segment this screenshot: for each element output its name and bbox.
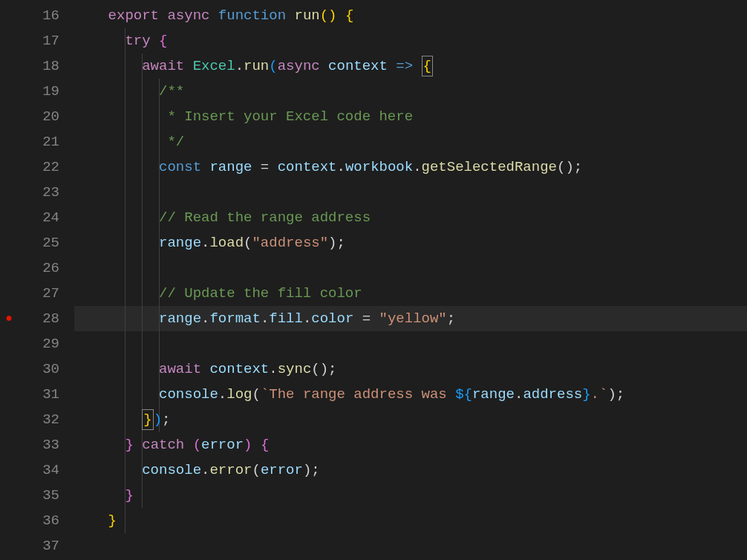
token [209, 7, 218, 24]
code-line[interactable]: /** [74, 79, 747, 104]
gutter-line[interactable]: 32 [0, 407, 74, 432]
indent-guide [159, 180, 160, 205]
gutter-line[interactable]: 23 [0, 180, 74, 205]
token: workbook [345, 159, 413, 175]
code-line[interactable]: // Read the range address [74, 205, 747, 230]
token: context [209, 361, 269, 377]
line-content: // Read the range address [74, 209, 371, 226]
gutter-line[interactable]: 26 [0, 255, 74, 281]
gutter-line[interactable]: 27 [0, 281, 74, 306]
line-number: 21 [18, 129, 74, 154]
token [74, 209, 159, 226]
code-line[interactable]: // Update the fill color [74, 281, 747, 306]
gutter-line[interactable]: 18 [0, 53, 74, 79]
line-number: 29 [18, 331, 74, 356]
token: "yellow" [379, 310, 447, 327]
token: . [218, 386, 226, 403]
token [74, 310, 159, 327]
token: error [261, 462, 303, 478]
token [201, 159, 209, 175]
token: */ [167, 134, 184, 150]
indent-guide [159, 331, 160, 356]
gutter-line[interactable]: 31 [0, 382, 74, 407]
token: . [303, 310, 311, 327]
token [286, 7, 294, 24]
token: = [252, 159, 277, 175]
gutter-line[interactable]: 35 [0, 483, 74, 508]
token: Excel [193, 58, 235, 74]
code-line[interactable]: range.format.fill.color = "yellow"; [74, 306, 747, 331]
gutter-line[interactable]: 24 [0, 205, 74, 230]
token: run [294, 7, 319, 24]
token: fill [269, 310, 303, 327]
gutter-line[interactable]: 29 [0, 331, 74, 356]
token: = [353, 310, 379, 327]
gutter-line[interactable]: 33 [0, 432, 74, 458]
gutter[interactable]: 161718192021222324252627●282930313233343… [0, 0, 74, 560]
code-line[interactable] [74, 180, 747, 205]
gutter-line[interactable]: ●28 [0, 306, 74, 331]
gutter-line[interactable]: 20 [0, 104, 74, 129]
token: range [209, 159, 252, 175]
gutter-line[interactable]: 37 [0, 533, 74, 559]
code-line[interactable] [74, 255, 747, 281]
code-line[interactable]: try { [74, 28, 747, 53]
code-area[interactable]: export async function run() { try { awai… [74, 0, 747, 560]
line-content: await context.sync(); [74, 361, 337, 377]
code-line[interactable] [74, 533, 747, 559]
code-line[interactable]: console.log(`The range address was ${ran… [74, 382, 747, 407]
gutter-line[interactable]: 34 [0, 458, 74, 483]
gutter-line[interactable]: 22 [0, 154, 74, 180]
token [413, 58, 421, 74]
token: getSelectedRange [422, 159, 557, 175]
token: (); [557, 159, 582, 175]
code-line[interactable]: } catch (error) { [74, 432, 747, 458]
token: ); [607, 386, 624, 403]
code-line[interactable]: export async function run() { [74, 3, 747, 28]
code-line[interactable]: range.load("address"); [74, 230, 747, 255]
token: ; [447, 310, 455, 327]
token: } [125, 437, 133, 453]
code-line[interactable]: console.error(error); [74, 458, 747, 483]
code-line[interactable]: await context.sync(); [74, 356, 747, 382]
code-line[interactable]: }); [74, 407, 747, 432]
token: } [582, 386, 590, 403]
line-number: 23 [18, 180, 74, 205]
token: run [244, 58, 269, 74]
gutter-line[interactable]: 25 [0, 230, 74, 255]
code-line[interactable]: * Insert your Excel code here [74, 104, 747, 129]
gutter-line[interactable]: 16 [0, 3, 74, 28]
line-number: 30 [18, 356, 74, 382]
token: ); [303, 462, 320, 478]
gutter-line[interactable]: 19 [0, 79, 74, 104]
token: const [159, 159, 201, 175]
gutter-line[interactable]: 36 [0, 508, 74, 533]
gutter-line[interactable]: 17 [0, 28, 74, 53]
code-line[interactable]: */ [74, 129, 747, 154]
breakpoint-icon[interactable]: ● [0, 306, 18, 331]
line-content: try { [74, 33, 167, 49]
code-line[interactable] [74, 331, 747, 356]
code-editor[interactable]: 161718192021222324252627●282930313233343… [0, 0, 747, 560]
token: `The range address was [261, 386, 455, 403]
indent-guide [159, 255, 160, 281]
code-line[interactable]: } [74, 483, 747, 508]
token: { [159, 33, 167, 49]
token: try [125, 33, 150, 49]
indent-guide [125, 508, 125, 533]
token: color [311, 310, 353, 327]
code-line[interactable]: await Excel.run(async context => { [74, 53, 747, 79]
line-content: /** [74, 83, 184, 100]
token: ) [154, 411, 162, 428]
code-line[interactable]: } [74, 508, 747, 533]
token: ( [252, 462, 260, 478]
code-line[interactable]: const range = context.workbook.getSelect… [74, 154, 747, 180]
line-content: console.error(error); [74, 462, 320, 478]
token: error [201, 437, 244, 453]
line-number: 17 [18, 28, 74, 53]
gutter-line[interactable]: 30 [0, 356, 74, 382]
line-number: 36 [18, 508, 74, 533]
gutter-line[interactable]: 21 [0, 129, 74, 154]
line-number: 24 [18, 205, 74, 230]
token: } [108, 512, 117, 529]
